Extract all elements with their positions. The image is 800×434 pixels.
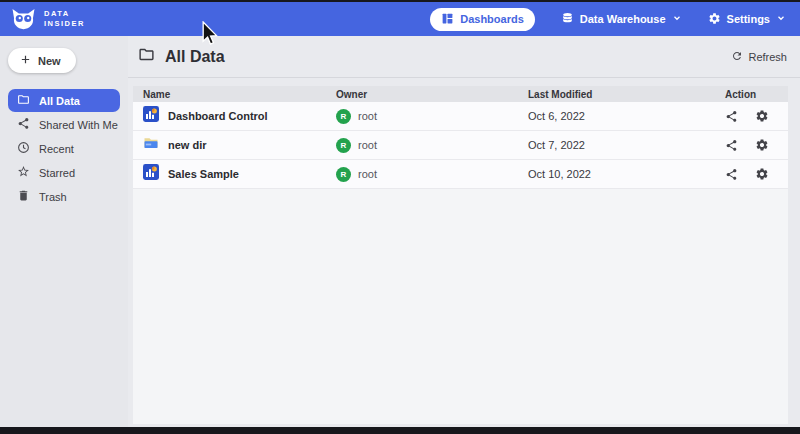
owner-avatar: R <box>336 167 351 182</box>
page-title: All Data <box>165 48 225 66</box>
clock-icon <box>17 141 30 156</box>
gear-icon <box>708 12 721 27</box>
column-header-owner: Owner <box>336 89 528 100</box>
share-icon[interactable] <box>725 139 738 152</box>
main-content: All Data Refresh Name Owner Last Modifie… <box>128 36 800 427</box>
dashboard-grid-icon <box>441 12 454 27</box>
nav-dashboards-button[interactable]: Dashboards <box>430 8 535 31</box>
plus-icon <box>20 54 31 67</box>
sidebar-item-label: Recent <box>39 143 74 155</box>
nav-settings-label: Settings <box>727 13 770 25</box>
chart-file-icon <box>143 106 159 126</box>
app-window: DATA INSIDER Dashboards <box>0 0 800 434</box>
share-icon[interactable] <box>725 110 738 123</box>
chart-file-icon <box>143 164 159 184</box>
file-table-card: Name Owner Last Modified Action <box>133 86 788 424</box>
gear-icon[interactable] <box>755 167 769 181</box>
window-bottom-edge <box>0 427 800 434</box>
column-header-last-modified: Last Modified <box>528 89 725 100</box>
page-title-bar: All Data Refresh <box>128 36 800 78</box>
owner-name: root <box>358 168 377 180</box>
sidebar: New All Data Shared With Me <box>0 36 128 427</box>
sidebar-item-shared-with-me[interactable]: Shared With Me <box>8 113 120 136</box>
sidebar-item-trash[interactable]: Trash <box>8 185 120 208</box>
sidebar-item-starred[interactable]: Starred <box>8 161 120 184</box>
sidebar-nav: All Data Shared With Me Recent <box>0 89 128 208</box>
sidebar-item-label: Trash <box>39 191 67 203</box>
nav-data-warehouse-button[interactable]: Data Warehouse <box>561 12 682 27</box>
trash-icon <box>17 189 30 204</box>
app-logo[interactable]: DATA INSIDER <box>10 8 85 30</box>
nav-data-warehouse-label: Data Warehouse <box>580 13 666 25</box>
file-name[interactable]: Sales Sample <box>168 168 239 180</box>
last-modified-date: Oct 7, 2022 <box>528 139 725 151</box>
sidebar-item-all-data[interactable]: All Data <box>8 89 120 112</box>
top-navigation: Dashboards Data Warehouse <box>430 8 786 31</box>
owner-name: root <box>358 139 377 151</box>
table-header-row: Name Owner Last Modified Action <box>133 86 788 102</box>
refresh-icon <box>731 50 743 64</box>
folder-icon <box>17 93 30 108</box>
last-modified-date: Oct 10, 2022 <box>528 168 725 180</box>
gear-icon[interactable] <box>755 138 769 152</box>
owner-name: root <box>358 110 377 122</box>
sidebar-item-label: All Data <box>39 95 80 107</box>
folder-file-icon <box>143 135 159 155</box>
nav-settings-button[interactable]: Settings <box>708 12 786 27</box>
sidebar-item-label: Starred <box>39 167 75 179</box>
new-button[interactable]: New <box>8 48 76 73</box>
top-header-bar: DATA INSIDER Dashboards <box>0 2 800 36</box>
last-modified-date: Oct 6, 2022 <box>528 110 725 122</box>
star-icon <box>17 165 30 180</box>
refresh-button[interactable]: Refresh <box>731 50 787 64</box>
owner-avatar: R <box>336 109 351 124</box>
table-row[interactable]: Dashboard Control R root Oct 6, 2022 <box>133 102 788 131</box>
gear-icon[interactable] <box>755 109 769 123</box>
file-name[interactable]: Dashboard Control <box>168 110 268 122</box>
refresh-label: Refresh <box>748 51 787 63</box>
app-name: DATA INSIDER <box>44 9 85 29</box>
nav-dashboards-label: Dashboards <box>460 13 524 25</box>
chevron-down-icon <box>776 13 786 25</box>
share-icon <box>17 117 30 132</box>
chevron-down-icon <box>672 13 682 25</box>
share-icon[interactable] <box>725 168 738 181</box>
sidebar-item-recent[interactable]: Recent <box>8 137 120 160</box>
table-row[interactable]: Sales Sample R root Oct 10, 2022 <box>133 160 788 189</box>
file-name[interactable]: new dir <box>168 139 207 151</box>
sidebar-item-label: Shared With Me <box>39 119 118 131</box>
owl-logo-icon <box>10 8 37 30</box>
column-header-action: Action <box>725 89 788 100</box>
folder-icon <box>138 46 155 67</box>
column-header-name: Name <box>143 89 336 100</box>
database-icon <box>561 12 574 27</box>
table-row[interactable]: new dir R root Oct 7, 2022 <box>133 131 788 160</box>
owner-avatar: R <box>336 138 351 153</box>
new-button-label: New <box>38 55 61 67</box>
page-body: New All Data Shared With Me <box>0 36 800 427</box>
